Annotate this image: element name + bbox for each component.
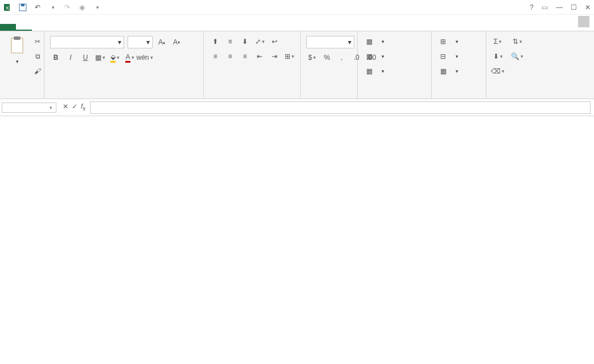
comma-icon[interactable]: ,	[336, 52, 347, 63]
increase-font-icon[interactable]: A▴	[156, 36, 167, 48]
group-align	[210, 96, 294, 97]
save-icon[interactable]	[18, 3, 27, 12]
copy-icon[interactable]: ⧉	[32, 51, 43, 62]
merge-icon[interactable]: ⊞	[284, 51, 295, 62]
align-right-icon[interactable]: ≡	[239, 51, 251, 62]
group-font	[50, 96, 198, 97]
tab-formulas[interactable]	[64, 24, 80, 31]
orientation-icon[interactable]: ⤢	[254, 36, 265, 47]
underline-icon[interactable]: U	[80, 52, 91, 63]
qat-customize[interactable]	[92, 3, 101, 12]
redo-icon[interactable]: ↷	[63, 3, 72, 12]
align-left-icon[interactable]: ≡	[210, 51, 221, 62]
name-box[interactable]: ▾	[2, 103, 56, 113]
login-link[interactable]	[568, 13, 594, 31]
group-clipboard	[6, 96, 38, 97]
maximize-icon[interactable]: ☐	[571, 3, 577, 11]
decrease-font-icon[interactable]: A▾	[171, 36, 182, 48]
percent-icon[interactable]: %	[321, 52, 333, 63]
group-number	[306, 96, 351, 97]
tab-file[interactable]	[0, 24, 16, 31]
close-icon[interactable]: ✕	[585, 3, 591, 11]
phonetic-icon[interactable]: wén	[139, 52, 150, 63]
fill-icon[interactable]: ⬇	[492, 51, 503, 62]
align-bottom-icon[interactable]: ⬇	[239, 36, 251, 47]
insert-cells-button[interactable]: ⊞▾	[437, 36, 458, 47]
cell-styles-button[interactable]: ▦▾	[363, 66, 384, 77]
svg-rect-3	[21, 4, 24, 6]
font-size-combo[interactable]: ▾	[128, 36, 153, 48]
indent-right-icon[interactable]: ⇥	[269, 51, 280, 62]
border-icon[interactable]: ▦	[95, 52, 106, 63]
tab-dev[interactable]	[128, 24, 144, 31]
currency-icon[interactable]: $	[306, 52, 318, 63]
table-format-button[interactable]: ▦▾	[363, 51, 384, 62]
svg-rect-4	[11, 38, 23, 53]
undo-dropdown[interactable]	[48, 3, 57, 12]
tab-layout[interactable]	[48, 24, 64, 31]
font-name-combo[interactable]: ▾	[50, 36, 124, 48]
indent-left-icon[interactable]: ⇤	[254, 51, 265, 62]
find-icon[interactable]: 🔍	[511, 51, 523, 62]
tab-review[interactable]	[96, 24, 112, 31]
font-color-icon[interactable]: A	[124, 52, 136, 63]
camera-icon[interactable]: ◉	[77, 3, 87, 12]
align-center-icon[interactable]: ≡	[224, 51, 236, 62]
enter-formula-icon[interactable]: ✓	[72, 103, 77, 112]
svg-text:X: X	[6, 5, 9, 11]
group-styles	[363, 96, 425, 97]
tab-home[interactable]	[16, 23, 32, 31]
format-painter-icon[interactable]: 🖌	[32, 66, 43, 77]
bold-icon[interactable]: B	[50, 52, 62, 63]
align-top-icon[interactable]: ⬆	[210, 36, 221, 47]
minimize-icon[interactable]: —	[556, 3, 563, 11]
help-icon[interactable]: ?	[530, 3, 534, 11]
clear-icon[interactable]: ⌫	[492, 66, 503, 77]
wrap-text-icon[interactable]: ↩	[269, 36, 280, 47]
align-middle-icon[interactable]: ≡	[224, 36, 236, 47]
excel-logo-icon: X	[3, 3, 13, 12]
number-format-combo[interactable]: ▾	[306, 36, 354, 48]
tab-insert[interactable]	[32, 24, 48, 31]
cancel-formula-icon[interactable]: ✕	[63, 103, 68, 112]
fx-icon[interactable]: fx	[81, 103, 85, 112]
conditional-format-button[interactable]: ▦▾	[363, 36, 384, 47]
tab-view[interactable]	[112, 24, 128, 31]
fill-color-icon[interactable]: ⬙	[109, 52, 121, 63]
cut-icon[interactable]: ✂	[32, 36, 43, 47]
group-cells	[437, 96, 480, 97]
formula-input[interactable]	[90, 101, 591, 114]
format-cells-button[interactable]: ▦▾	[437, 66, 458, 77]
ribbon-options-icon[interactable]: ▭	[542, 3, 548, 11]
svg-rect-5	[14, 36, 21, 40]
italic-icon[interactable]: I	[65, 52, 76, 63]
tab-data[interactable]	[80, 24, 96, 31]
sort-filter-icon[interactable]: ⇅	[511, 36, 523, 47]
group-editing	[492, 96, 588, 97]
autosum-icon[interactable]: Σ	[492, 36, 503, 47]
delete-cells-button[interactable]: ⊟▾	[437, 51, 458, 62]
undo-icon[interactable]: ↶	[33, 3, 42, 12]
paste-button[interactable]: ▾	[6, 35, 28, 66]
